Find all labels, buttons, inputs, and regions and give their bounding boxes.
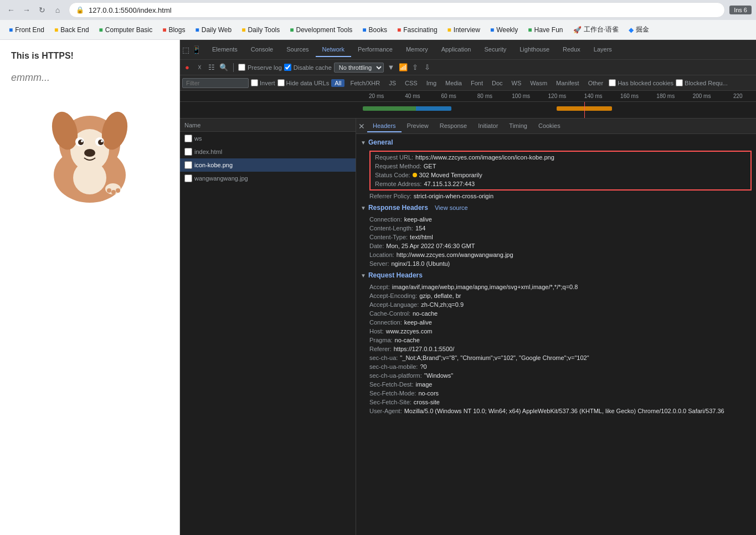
filter-input[interactable]	[182, 78, 249, 88]
file-checkbox-wangwang[interactable]	[184, 174, 192, 182]
record-icon[interactable]: ●	[182, 63, 192, 73]
tab-security[interactable]: Security	[477, 43, 513, 57]
svg-point-10	[101, 140, 103, 142]
devtools-tabs: ⬚ 📱 Elements Console Sources Network Per…	[180, 40, 756, 60]
bookmark-fascinating[interactable]: ■ Fascinating	[393, 24, 442, 36]
tab-elements[interactable]: Elements	[205, 43, 244, 57]
reload-button[interactable]: ↻	[35, 3, 49, 17]
req-sec-ch-ua-key: sec-ch-ua:	[369, 354, 398, 361]
req-sec-ch-ua-platform-value: "Windows"	[424, 372, 453, 379]
devtools-inspect-icon[interactable]: ⬚	[182, 45, 189, 54]
type-doc-btn[interactable]: Doc	[488, 79, 506, 87]
details-tab-initiator[interactable]: Initiator	[472, 120, 503, 132]
details-tab-timing[interactable]: Timing	[503, 120, 533, 132]
ins-badge: Ins 6	[729, 6, 752, 14]
bookmark-daily-tools[interactable]: ■ Daily Tools	[237, 24, 284, 36]
wifi-icon[interactable]: 📶	[398, 63, 408, 73]
file-item-icon-kobe[interactable]: icon-kobe.png	[180, 158, 356, 172]
file-name-ws: ws	[194, 135, 202, 142]
details-tab-response[interactable]: Response	[434, 120, 473, 132]
general-section-header[interactable]: ▼ General	[356, 136, 756, 148]
type-manifest-btn[interactable]: Manifest	[553, 79, 583, 87]
req-sec-fetch-dest-key: Sec-Fetch-Dest:	[369, 381, 413, 388]
bookmark-label: Front End	[15, 26, 44, 34]
req-cache-control-key: Cache-Control:	[369, 310, 410, 317]
request-headers-title: Request Headers	[368, 271, 423, 279]
forward-button[interactable]: →	[20, 3, 33, 17]
type-other-btn[interactable]: Other	[585, 79, 607, 87]
type-media-btn[interactable]: Media	[442, 79, 465, 87]
disable-cache-checkbox[interactable]: Disable cache	[284, 64, 332, 71]
preserve-log-checkbox[interactable]: Preserve log	[238, 64, 282, 71]
req-connection-value: keep-alive	[404, 319, 432, 326]
throttle-arrow-icon[interactable]: ▼	[386, 63, 396, 73]
request-url-value: https://www.zzcyes.com/images/icon/icon-…	[415, 154, 554, 161]
tab-lighthouse[interactable]: Lighthouse	[513, 43, 556, 57]
devtools-device-icon[interactable]: 📱	[192, 45, 201, 54]
type-font-btn[interactable]: Font	[467, 79, 486, 87]
details-tab-cookies[interactable]: Cookies	[533, 120, 566, 132]
details-tab-preview[interactable]: Preview	[402, 120, 434, 132]
remote-address-key: Remote Address:	[375, 181, 421, 187]
throttle-select[interactable]: No throttling	[334, 63, 384, 73]
details-tab-headers[interactable]: Headers	[367, 120, 402, 132]
blocked-requests-checkbox[interactable]: Blocked Requ...	[676, 79, 728, 86]
response-headers-section-header[interactable]: ▼ Response Headers View source	[356, 202, 756, 214]
file-checkbox-index[interactable]	[184, 148, 192, 156]
request-headers-section-header[interactable]: ▼ Request Headers	[356, 269, 756, 281]
bookmark-label: Books	[369, 26, 387, 34]
type-ws-btn[interactable]: WS	[508, 79, 525, 87]
bookmark-yuque[interactable]: 🚀 工作台·语雀	[569, 23, 623, 37]
tab-memory[interactable]: Memory	[399, 43, 435, 57]
req-accept-encoding-value: gzip, deflate, br	[419, 292, 461, 299]
close-button[interactable]: ✕	[358, 122, 365, 131]
bookmark-label: Computer Basic	[105, 26, 152, 34]
address-bar[interactable]: 🔒 127.0.0.1:5500/index.html	[69, 2, 725, 18]
has-blocked-cookies-checkbox[interactable]: Has blocked cookies	[609, 79, 673, 86]
url-text: 127.0.0.1:5500/index.html	[89, 6, 172, 14]
bookmark-computer-basic[interactable]: ■ Computer Basic	[95, 24, 157, 36]
bookmark-label: Have Fun	[534, 26, 563, 34]
type-fetch-btn[interactable]: Fetch/XHR	[347, 79, 383, 87]
bookmark-juejin[interactable]: ◆ 掘金	[624, 23, 654, 37]
bookmark-weekly[interactable]: ■ Weekly	[486, 24, 522, 36]
bookmark-back-end[interactable]: ■ Back End	[50, 24, 94, 36]
type-js-btn[interactable]: JS	[385, 79, 399, 87]
view-source-link[interactable]: View source	[435, 204, 468, 211]
back-button[interactable]: ←	[4, 3, 18, 17]
details-tabs: ✕ Headers Preview Response Initiator Tim…	[356, 119, 756, 134]
req-user-agent-row: User-Agent: Mozilla/5.0 (Windows NT 10.0…	[365, 407, 756, 415]
lock-icon: 🔒	[76, 6, 84, 14]
bookmark-dev-tools[interactable]: ■ Development Tools	[285, 24, 357, 36]
bookmark-blogs[interactable]: ■ Blogs	[158, 24, 189, 36]
home-button[interactable]: ⌂	[51, 3, 64, 17]
file-checkbox-icon-kobe[interactable]	[184, 161, 192, 169]
file-item-ws[interactable]: ws	[180, 132, 356, 145]
search-icon[interactable]: 🔍	[219, 63, 229, 73]
tab-redux[interactable]: Redux	[556, 43, 587, 57]
type-img-btn[interactable]: Img	[423, 79, 440, 87]
file-item-index[interactable]: index.html	[180, 145, 356, 158]
type-css-btn[interactable]: CSS	[402, 79, 421, 87]
tab-layers[interactable]: Layers	[587, 43, 619, 57]
tab-sources[interactable]: Sources	[280, 43, 315, 57]
bookmark-have-fun[interactable]: ■ Have Fun	[523, 24, 567, 36]
bookmark-books[interactable]: ■ Books	[358, 24, 392, 36]
type-wasm-btn[interactable]: Wasm	[527, 79, 551, 87]
bookmark-interview[interactable]: ■ Interview	[443, 24, 485, 36]
tab-application[interactable]: Application	[435, 43, 478, 57]
clear-icon[interactable]: ☓	[194, 63, 204, 73]
download-icon[interactable]: ⇩	[423, 63, 433, 73]
file-checkbox-ws[interactable]	[184, 135, 192, 142]
hide-data-urls-checkbox[interactable]: Hide data URLs	[277, 79, 330, 86]
tab-network[interactable]: Network	[316, 43, 351, 57]
bookmark-front-end[interactable]: ■ Front End	[4, 24, 49, 36]
file-item-wangwang[interactable]: wangwangwang.jpg	[180, 172, 356, 185]
invert-checkbox[interactable]: Invert	[251, 79, 275, 86]
tab-console[interactable]: Console	[244, 43, 280, 57]
bookmark-daily-web[interactable]: ■ Daily Web	[191, 24, 236, 36]
type-all-btn[interactable]: All	[331, 79, 344, 87]
upload-icon[interactable]: ⇧	[410, 63, 420, 73]
tab-performance[interactable]: Performance	[351, 43, 399, 57]
filter-icon[interactable]: ☷	[207, 63, 217, 73]
